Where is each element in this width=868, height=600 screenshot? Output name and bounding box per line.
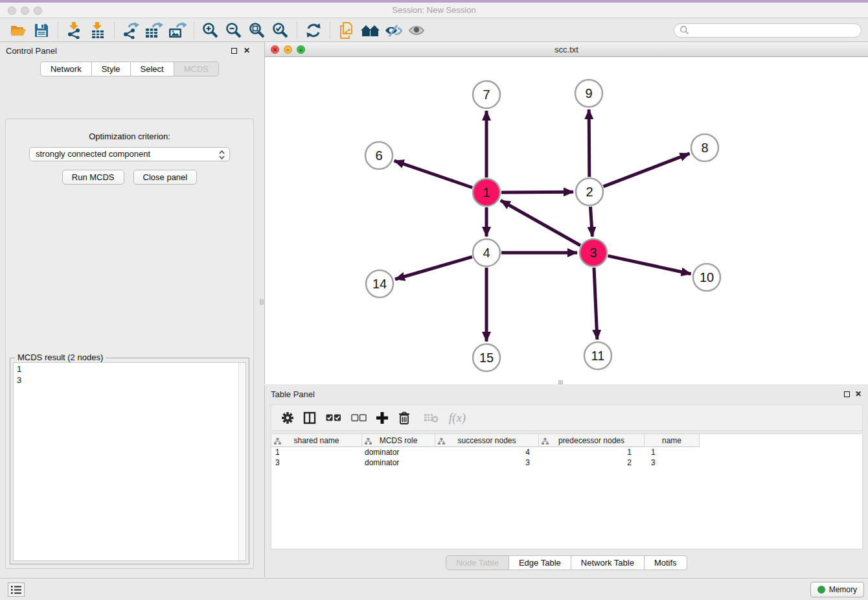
graph-node-14[interactable]: 14: [366, 270, 393, 297]
cell-shared-name[interactable]: 3: [271, 457, 362, 468]
tab-network-table[interactable]: Network Table: [571, 555, 645, 570]
splitter-grip-vertical[interactable]: [260, 299, 264, 305]
delete-button[interactable]: [394, 409, 414, 427]
export-image-button[interactable]: [166, 21, 189, 40]
table-row[interactable]: 1dominator411: [271, 447, 862, 457]
splitter-grip[interactable]: [558, 380, 563, 384]
export-network-button[interactable]: [119, 21, 143, 40]
svg-text:4: 4: [483, 246, 490, 260]
tab-select[interactable]: Select: [131, 62, 174, 76]
run-mcds-button[interactable]: Run MCDS: [62, 170, 124, 185]
column-header-successor-nodes[interactable]: successor nodes: [435, 434, 539, 447]
column-header-shared-name[interactable]: shared name: [271, 434, 362, 447]
graph-node-8[interactable]: 8: [691, 134, 718, 161]
edge-4-14[interactable]: [395, 257, 472, 279]
show-all-button[interactable]: [405, 21, 428, 40]
cell-name[interactable]: 3: [645, 457, 700, 468]
edge-3-10[interactable]: [608, 256, 691, 274]
search-field[interactable]: [674, 23, 862, 38]
tab-edge-table[interactable]: Edge Table: [509, 555, 571, 570]
graph-node-9[interactable]: 9: [575, 80, 602, 107]
tab-mcds[interactable]: MCDS: [174, 62, 219, 76]
mcds-result-title: MCDS result (2 nodes): [15, 352, 106, 362]
refresh-button[interactable]: [302, 21, 325, 40]
result-scrollbar[interactable]: [238, 363, 246, 560]
zoom-fit-button[interactable]: [246, 21, 269, 40]
optimization-select[interactable]: strongly connected component: [29, 147, 230, 161]
cell-predecessor-nodes[interactable]: 2: [539, 457, 645, 468]
table-row[interactable]: 3dominator323: [271, 457, 862, 468]
column-header-MCDS-role[interactable]: MCDS role: [362, 434, 435, 447]
cell-successor-nodes[interactable]: 3: [435, 457, 539, 468]
cell-shared-name[interactable]: 1: [271, 447, 362, 457]
close-mcds-panel-button[interactable]: Close panel: [133, 170, 198, 185]
graph-node-4[interactable]: 4: [473, 239, 500, 266]
zoom-out-icon: [225, 22, 242, 39]
cell-MCDS-role[interactable]: dominator: [362, 447, 435, 457]
edge-3-11[interactable]: [594, 268, 597, 340]
cell-successor-nodes[interactable]: 4: [435, 447, 539, 457]
close-table-panel-button[interactable]: ✕: [854, 389, 863, 398]
zoom-selected-button[interactable]: [269, 21, 292, 40]
graph-node-15[interactable]: 15: [473, 344, 500, 371]
cell-name[interactable]: 1: [645, 447, 700, 457]
graph-node-11[interactable]: 11: [584, 342, 611, 369]
cell-MCDS-role[interactable]: dominator: [362, 457, 435, 468]
float-table-panel-button[interactable]: [842, 389, 851, 398]
toolbar-separator: [330, 22, 330, 39]
svg-text:10: 10: [700, 270, 714, 284]
mcds-panel: Optimization criterion: strongly connect…: [5, 119, 254, 569]
float-panel-button[interactable]: [229, 46, 238, 55]
svg-text:14: 14: [372, 277, 387, 291]
select-all-button[interactable]: [322, 409, 345, 427]
duplicate-network-button[interactable]: [335, 21, 358, 40]
network-canvas[interactable]: 7968124314101511: [265, 57, 868, 384]
memory-button[interactable]: Memory: [810, 582, 864, 597]
network-graph[interactable]: 7968124314101511: [265, 57, 868, 384]
graph-node-10[interactable]: 10: [693, 264, 720, 291]
hide-selected-button[interactable]: [382, 21, 405, 40]
cell-predecessor-nodes[interactable]: 1: [539, 447, 645, 457]
graph-node-2[interactable]: 2: [576, 178, 603, 205]
deselect-all-button[interactable]: [348, 409, 370, 427]
import-table-button[interactable]: [86, 21, 109, 40]
graph-node-6[interactable]: 6: [365, 142, 393, 169]
import-network-button[interactable]: [63, 21, 86, 40]
column-visibility-button[interactable]: [300, 409, 319, 427]
column-header-name[interactable]: name: [645, 434, 700, 447]
hierarchy-icon: [438, 437, 445, 446]
edge-1-6[interactable]: [394, 161, 473, 187]
add-button[interactable]: [372, 409, 392, 427]
search-input[interactable]: [692, 26, 856, 35]
close-panel-button[interactable]: ✕: [242, 46, 251, 55]
column-header-predecessor-nodes[interactable]: predecessor nodes: [539, 434, 645, 447]
task-history-button[interactable]: [8, 583, 25, 597]
edge-1-2[interactable]: [501, 192, 573, 192]
tab-network[interactable]: Network: [40, 62, 92, 76]
function-builder-button-disabled: f(x): [444, 409, 471, 427]
graph-node-7[interactable]: 7: [473, 81, 500, 108]
network-view-window: ✕ − ＋ scc.txt 7968124314101511: [264, 42, 868, 384]
mcds-result-text[interactable]: 1 3: [13, 362, 246, 561]
node-table[interactable]: shared nameMCDS rolesuccessor nodesprede…: [271, 433, 863, 549]
network-window-titlebar[interactable]: ✕ − ＋ scc.txt: [265, 42, 868, 57]
svg-text:1: 1: [483, 185, 490, 200]
zoom-in-button[interactable]: [199, 21, 222, 40]
tab-node-table[interactable]: Node Table: [446, 555, 509, 570]
svg-text:2: 2: [586, 185, 593, 199]
home-button[interactable]: [358, 21, 382, 40]
save-session-button[interactable]: [30, 21, 53, 40]
graph-node-3[interactable]: 3: [580, 239, 607, 266]
status-bar: Memory: [0, 578, 868, 600]
graph-node-1[interactable]: 1: [473, 179, 500, 206]
export-table-button[interactable]: [143, 21, 166, 40]
table-settings-button[interactable]: [278, 409, 297, 427]
zoom-out-button[interactable]: [222, 21, 246, 40]
open-session-button[interactable]: [6, 21, 30, 40]
tab-style[interactable]: Style: [92, 62, 131, 76]
edge-2-3[interactable]: [591, 207, 593, 237]
edge-2-8[interactable]: [604, 154, 690, 187]
edge-3-1[interactable]: [501, 200, 580, 245]
tab-motifs[interactable]: Motifs: [645, 555, 687, 570]
edge-2-9[interactable]: [589, 110, 589, 177]
